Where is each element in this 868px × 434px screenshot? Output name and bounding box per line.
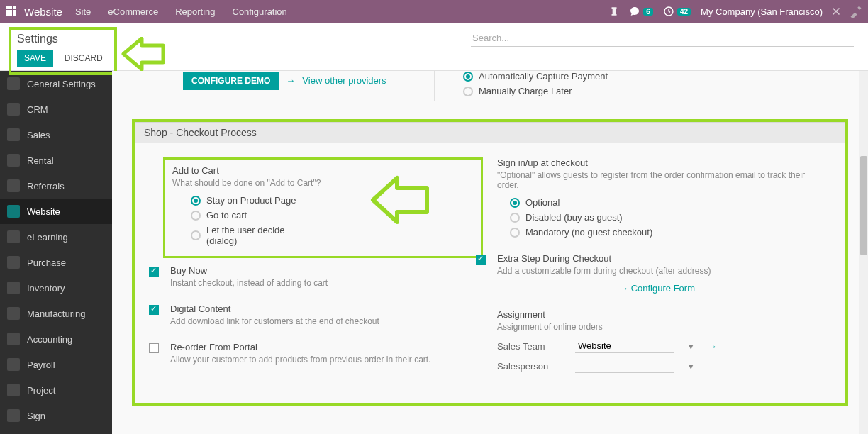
- caret-down-icon[interactable]: ▾: [689, 341, 694, 352]
- search-input[interactable]: [471, 30, 854, 47]
- settings-content: CONFIGURE DEMO → View other providers Au…: [112, 71, 868, 434]
- company-selector[interactable]: My Company (San Francisco): [701, 6, 823, 17]
- configure-form-link[interactable]: Configure Form: [631, 283, 695, 294]
- checkbox-digital-content[interactable]: [149, 305, 159, 315]
- sidebar-item-label: Referrals: [27, 181, 65, 191]
- radio-manual-charge[interactable]: [463, 87, 473, 96]
- sidebar-item-crm[interactable]: CRM: [0, 96, 112, 122]
- gear-icon: [7, 77, 20, 90]
- menu-ecommerce[interactable]: eCommerce: [108, 6, 158, 17]
- menu-reporting[interactable]: Reporting: [175, 6, 215, 17]
- save-button[interactable]: SAVE: [17, 50, 53, 67]
- app-brand[interactable]: Website: [24, 6, 62, 18]
- sidebar-item-manufacturing[interactable]: Manufacturing: [0, 301, 112, 326]
- messages-badge: 6: [643, 8, 653, 16]
- sidebar-item-rental[interactable]: Rental: [0, 148, 112, 173]
- menu-configuration[interactable]: Configuration: [233, 6, 287, 17]
- activities-icon[interactable]: 42: [663, 6, 691, 17]
- messages-icon[interactable]: 6: [629, 6, 653, 17]
- setting-description: Allow your customer to add products from…: [170, 355, 483, 365]
- sidebar-item-label: General Settings: [27, 79, 96, 89]
- checkout-section-highlight: Shop - Checkout Process Add to Cart What…: [132, 119, 848, 406]
- sidebar-item-website[interactable]: Website: [0, 199, 112, 224]
- annotation-arrow-left-1: [121, 37, 170, 71]
- setting-title: Extra Step During Checkout: [497, 253, 817, 264]
- box-icon: [7, 282, 20, 294]
- sidebar-item-accounting[interactable]: Accounting: [0, 326, 112, 352]
- setting-title: Buy Now: [170, 265, 483, 276]
- radio-signin-optional[interactable]: [510, 198, 520, 208]
- setting-description: What should be done on "Add to Cart"?: [172, 178, 474, 188]
- apps-icon[interactable]: [6, 6, 17, 17]
- radio-go-to-cart[interactable]: [191, 211, 201, 221]
- scrollbar-vertical[interactable]: [859, 71, 868, 434]
- radio-stay-on-page[interactable]: [191, 196, 201, 206]
- sidebar-item-label: eLearning: [27, 232, 68, 243]
- discard-button[interactable]: DISCARD: [59, 50, 108, 67]
- close-icon[interactable]: [830, 5, 842, 18]
- wrench-icon: [7, 307, 20, 320]
- setting-title: Add to Cart: [172, 165, 474, 176]
- view-other-providers-link[interactable]: View other providers: [302, 75, 386, 86]
- radio-user-decide[interactable]: [191, 230, 201, 240]
- phone-icon[interactable]: [609, 6, 619, 16]
- sidebar-item-label: Rental: [27, 155, 54, 166]
- radio-label: Mandatory (no guest checkout): [525, 227, 652, 238]
- radio-label: Optional: [525, 197, 560, 208]
- checkbox-buy-now[interactable]: [149, 267, 159, 277]
- sidebar-item-label: Website: [27, 206, 60, 217]
- sidebar-item-planning[interactable]: Planning: [0, 428, 112, 434]
- checkbox-extra-step[interactable]: [476, 255, 486, 265]
- scrollbar-thumb[interactable]: [860, 156, 867, 255]
- sidebar-item-label: Payroll: [27, 360, 55, 370]
- setting-description: Add a customizable form during checkout …: [497, 266, 817, 276]
- setting-title: Re-order From Portal: [170, 342, 483, 352]
- setting-description: Instant checkout, instead of adding to c…: [170, 278, 483, 288]
- add-to-cart-highlight: Add to Cart What should be done on "Add …: [163, 157, 483, 258]
- sidebar-item-purchase[interactable]: Purchase: [0, 250, 112, 275]
- tasks-icon: [7, 384, 20, 396]
- field-label: Salesperson: [497, 361, 561, 372]
- checkbox-reorder[interactable]: [149, 343, 159, 353]
- setting-description: Add download link for customers at the e…: [170, 316, 483, 326]
- sidebar-item-label: Project: [27, 385, 55, 396]
- setting-title: Digital Content: [170, 304, 483, 314]
- sidebar-item-elearning[interactable]: eLearning: [0, 224, 112, 250]
- configure-demo-button[interactable]: CONFIGURE DEMO: [183, 72, 279, 90]
- radio-auto-capture[interactable]: [463, 72, 473, 82]
- top-navbar: Website Site eCommerce Reporting Configu…: [0, 0, 868, 23]
- radio-label: Disabled (buy as guest): [525, 212, 623, 223]
- sidebar-item-label: Purchase: [27, 257, 66, 268]
- handshake-icon: [7, 103, 20, 116]
- arrow-right-icon: →: [619, 283, 631, 294]
- radio-label: Stay on Product Page: [206, 195, 296, 206]
- external-link-icon[interactable]: →: [708, 341, 717, 352]
- sidebar-item-sales[interactable]: Sales: [0, 122, 112, 148]
- sidebar-item-project[interactable]: Project: [0, 377, 112, 403]
- settings-header-highlight: Settings SAVE DISCARD: [9, 27, 117, 75]
- money-icon: [7, 333, 20, 345]
- radio-label: Let the user decide (dialog): [206, 225, 306, 246]
- setting-title: Assignment: [497, 309, 817, 320]
- sidebar-item-sign[interactable]: Sign: [0, 403, 112, 428]
- menu-site[interactable]: Site: [75, 6, 91, 17]
- setting-description: "Optional" allows guests to register fro…: [497, 170, 817, 190]
- radio-label: Go to cart: [206, 210, 247, 221]
- globe-icon: [7, 205, 20, 218]
- chevron-right-icon: →: [286, 75, 295, 86]
- sidebar-item-referrals[interactable]: Referrals: [0, 173, 112, 199]
- settings-sidebar: General Settings CRM Sales Rental Referr…: [0, 71, 112, 434]
- sidebar-item-inventory[interactable]: Inventory: [0, 275, 112, 301]
- sidebar-item-label: Sign: [27, 411, 45, 421]
- person-icon: [7, 358, 20, 371]
- salesperson-select[interactable]: [575, 359, 674, 373]
- pen-icon: [7, 409, 20, 422]
- radio-signin-disabled[interactable]: [510, 213, 520, 223]
- wrench-icon[interactable]: [850, 5, 862, 18]
- sidebar-item-payroll[interactable]: Payroll: [0, 352, 112, 377]
- sales-team-select[interactable]: [575, 339, 674, 353]
- radio-signin-mandatory[interactable]: [510, 228, 520, 238]
- caret-down-icon[interactable]: ▾: [689, 361, 694, 372]
- people-icon: [7, 179, 20, 192]
- cart-icon: [7, 256, 20, 269]
